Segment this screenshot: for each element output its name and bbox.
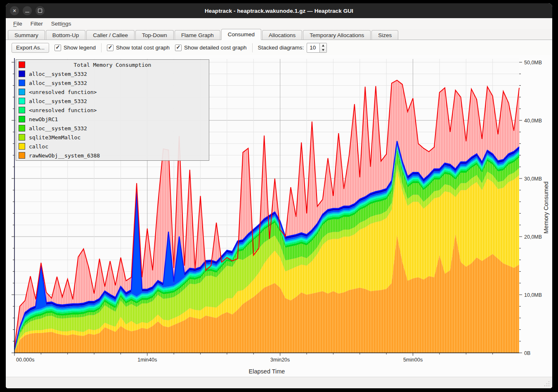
- x-tick-label: 00.000s: [16, 357, 34, 363]
- legend-swatch: [19, 134, 25, 141]
- spin-up-icon[interactable]: [320, 43, 326, 48]
- checkbox-label: Show detailed cost graph: [184, 45, 247, 51]
- toolbar-separator: [101, 43, 102, 52]
- export-as-button[interactable]: Export As...: [12, 43, 49, 53]
- title-bar[interactable]: ✕ Heaptrack - heaptrack.wakunode.1.gz — …: [6, 3, 552, 18]
- stacked-diagrams-label: Stacked diagrams:: [258, 45, 304, 51]
- tab-allocations[interactable]: Allocations: [262, 30, 302, 40]
- legend-label: <unresolved function>: [29, 89, 97, 95]
- legend-label: rawNewObj__system_6388: [29, 153, 100, 159]
- x-tick-label: 3min20s: [270, 357, 290, 363]
- checkbox-label: Show legend: [64, 45, 96, 51]
- tab-consumed[interactable]: Consumed: [221, 29, 261, 40]
- legend-swatch: [19, 143, 25, 150]
- window-footer: [6, 377, 552, 388]
- minimize-icon[interactable]: [23, 6, 32, 15]
- x-axis-title: Elapsed Time: [249, 368, 285, 375]
- maximize-icon[interactable]: [35, 6, 45, 15]
- y-tick-label: 20,0MB: [524, 234, 542, 240]
- legend-label: newObjRC1: [29, 116, 58, 122]
- window-title: Heaptrack - heaptrack.wakunode.1.gz — He…: [205, 8, 353, 14]
- legend-label: alloc__system_5332: [29, 98, 87, 104]
- y-tick-label: 30,0MB: [524, 176, 542, 182]
- x-tick-label: 5min00s: [403, 357, 423, 363]
- legend-swatch: [19, 70, 25, 77]
- menu-settings[interactable]: Settings: [47, 18, 76, 29]
- legend-item: <unresolved function>: [16, 87, 209, 96]
- legend-swatch: [19, 80, 25, 86]
- menu-filter[interactable]: Filter: [26, 18, 47, 29]
- tab-summary[interactable]: Summary: [8, 30, 45, 40]
- menu-file[interactable]: File: [9, 18, 26, 29]
- checkmark-icon: ✓: [107, 45, 113, 51]
- legend-label: alloc__system_5332: [29, 71, 87, 77]
- tab-caller-callee[interactable]: Caller / Callee: [86, 30, 135, 40]
- legend-title-row: Total Memory Consumption: [16, 60, 209, 69]
- close-icon[interactable]: ✕: [10, 6, 19, 15]
- legend-label: alloc__system_5332: [29, 80, 87, 86]
- y-tick-label: 10,0MB: [524, 292, 542, 298]
- legend-swatch: [19, 89, 25, 95]
- tab-bar: SummaryBottom-UpCaller / CalleeTop-DownF…: [6, 29, 552, 40]
- legend-item: sqlite3MemMalloc: [16, 133, 209, 142]
- chart-legend: Total Memory Consumptionalloc__system_53…: [16, 59, 209, 161]
- y-tick-label: 40,0MB: [524, 118, 542, 124]
- legend-swatch: [19, 61, 25, 68]
- legend-label: alloc__system_5332: [29, 125, 87, 131]
- menu-bar: FileFilterSettings: [6, 18, 552, 29]
- resize-grip[interactable]: [544, 381, 549, 386]
- legend-swatch: [19, 152, 25, 159]
- legend-swatch: [19, 107, 25, 113]
- tab-sizes[interactable]: Sizes: [371, 30, 398, 40]
- legend-item: <unresolved function>: [16, 106, 209, 115]
- y-axis-title: Memory Consumed: [543, 181, 549, 234]
- legend-item: newObjRC1: [16, 115, 209, 124]
- app-window: ✕ Heaptrack - heaptrack.wakunode.1.gz — …: [6, 3, 552, 388]
- legend-swatch: [19, 98, 25, 104]
- legend-label: <unresolved function>: [29, 107, 97, 113]
- toolbar: Export As... ✓Show legend ✓Show total co…: [6, 40, 552, 55]
- screen: { "window": { "title": "Heaptrack - heap…: [0, 0, 558, 392]
- checkbox-show-legend[interactable]: ✓Show legend: [54, 45, 96, 51]
- tab-flame-graph[interactable]: Flame Graph: [175, 30, 220, 40]
- legend-label: sqlite3MemMalloc: [29, 134, 80, 141]
- checkbox-label: Show total cost graph: [116, 45, 170, 51]
- stacked-diagrams-spinbox: 10: [307, 43, 327, 53]
- checkmark-icon: ✓: [175, 45, 182, 51]
- legend-label: Total Memory Consumption: [29, 62, 209, 68]
- stacked-diagrams-value[interactable]: 10: [307, 43, 320, 53]
- legend-item: alloc__system_5332: [16, 78, 209, 87]
- spin-down-icon[interactable]: [320, 48, 326, 52]
- window-controls: ✕: [10, 6, 45, 15]
- legend-item: rawNewObj__system_6388: [16, 151, 209, 160]
- legend-swatch: [19, 116, 25, 122]
- legend-swatch: [19, 125, 25, 131]
- legend-label: calloc: [29, 143, 48, 150]
- checkmark-icon: ✓: [54, 45, 61, 51]
- tab-top-down[interactable]: Top-Down: [135, 30, 174, 40]
- y-tick-label: 50,0MB: [524, 60, 542, 66]
- checkbox-show-total-cost-graph[interactable]: ✓Show total cost graph: [107, 45, 170, 51]
- consumed-chart: 0B10,0MB20,0MB30,0MB40,0MB50,0MB00.000s1…: [6, 55, 552, 377]
- checkbox-show-detailed-cost-graph[interactable]: ✓Show detailed cost graph: [175, 45, 247, 51]
- legend-item: calloc: [16, 142, 209, 151]
- y-tick-label: 0B: [524, 350, 530, 356]
- toolbar-separator: [252, 43, 253, 52]
- tab-temporary-allocations[interactable]: Temporary Allocations: [303, 30, 371, 40]
- legend-item: alloc__system_5332: [16, 69, 209, 78]
- legend-item: alloc__system_5332: [16, 124, 209, 133]
- tab-bottom-up[interactable]: Bottom-Up: [46, 30, 86, 40]
- legend-item: alloc__system_5332: [16, 96, 209, 106]
- x-tick-label: 1min40s: [137, 357, 157, 363]
